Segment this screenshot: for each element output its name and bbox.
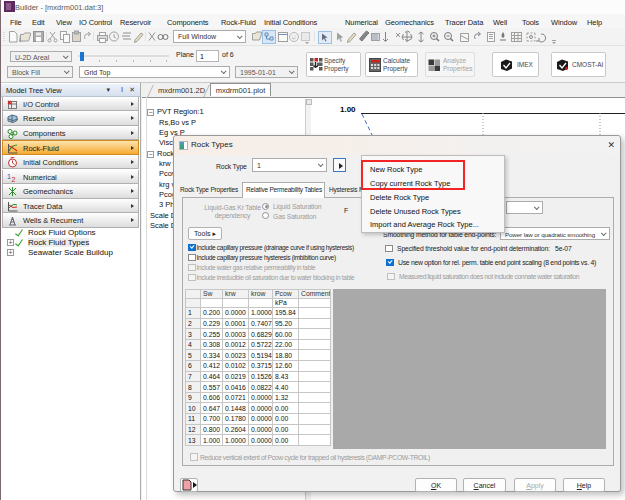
svg-text:1: 1 [7, 173, 11, 180]
svg-text:2: 2 [12, 176, 16, 183]
